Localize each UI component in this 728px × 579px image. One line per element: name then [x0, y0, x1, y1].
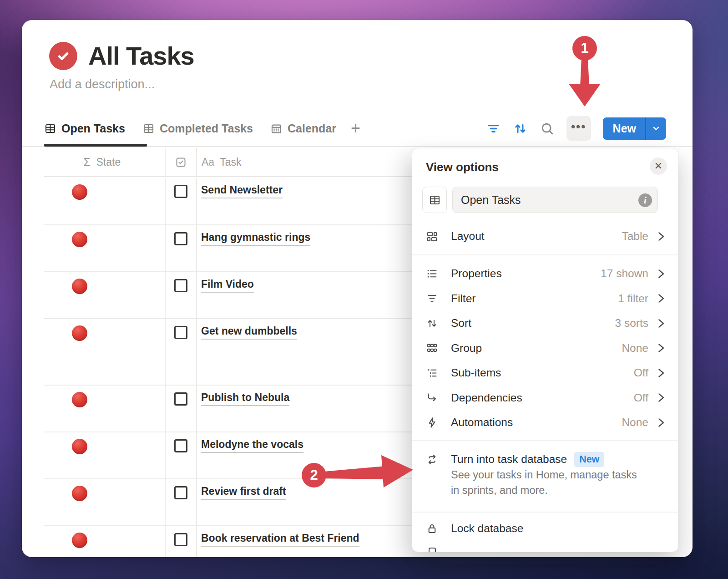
column-label: Task [220, 156, 241, 168]
add-view-button[interactable]: + [351, 119, 360, 138]
filter-button[interactable] [486, 121, 501, 136]
state-cell[interactable] [44, 432, 166, 478]
task-checkbox[interactable] [174, 533, 187, 546]
chevron-right-icon [655, 416, 667, 429]
sum-icon: Σ [83, 156, 90, 169]
page-title[interactable]: All Tasks [88, 41, 194, 71]
group-row[interactable]: Group None [412, 336, 678, 361]
task-checkbox[interactable] [174, 185, 187, 198]
panel-title: View options [426, 160, 499, 174]
state-cell[interactable] [44, 386, 166, 432]
column-header-state[interactable]: Σ State [44, 148, 166, 176]
task-title[interactable]: Hang gymnastic rings [201, 231, 310, 246]
plus-icon: + [351, 119, 360, 138]
column-header-checkbox[interactable] [166, 148, 197, 176]
properties-row[interactable]: Properties 17 shown [412, 261, 678, 286]
sort-icon [426, 317, 438, 330]
search-icon [540, 121, 555, 136]
task-title[interactable]: Get new dumbbells [201, 325, 297, 340]
checkbox-cell[interactable] [166, 386, 197, 432]
sort-row[interactable]: Sort 3 sorts [412, 311, 678, 336]
task-checkbox[interactable] [174, 486, 187, 499]
row-value: Off [634, 391, 648, 404]
task-checkbox[interactable] [174, 326, 187, 339]
row-label: Sub-items [451, 366, 501, 379]
task-title[interactable]: Book reservation at Best Friend [201, 532, 359, 547]
checkbox-cell[interactable] [166, 319, 197, 385]
task-cell[interactable]: Publish to Nebula [197, 386, 412, 432]
task-title[interactable]: Publish to Nebula [201, 391, 289, 406]
table-row[interactable]: Send Newsletter [44, 178, 412, 225]
task-title[interactable]: Melodyne the vocals [201, 438, 303, 453]
task-cell[interactable]: Melodyne the vocals [197, 432, 412, 478]
table-row[interactable]: Review first draft [44, 479, 412, 526]
task-checkbox[interactable] [174, 279, 187, 292]
tab-calendar[interactable]: Calendar [270, 122, 336, 135]
page-description-placeholder[interactable]: Add a description... [50, 77, 155, 91]
task-checkbox[interactable] [174, 392, 187, 406]
more-options-button[interactable]: ••• [566, 116, 591, 141]
row-label: Layout [451, 230, 485, 243]
task-title[interactable]: Film Video [201, 278, 254, 293]
state-cell[interactable] [44, 479, 166, 525]
sub-items-row[interactable]: Sub-items Off [412, 361, 678, 386]
new-button[interactable]: New [603, 117, 645, 140]
checkbox-cell[interactable] [166, 479, 197, 525]
table-row[interactable]: Book reservation at Best Friend [44, 526, 412, 557]
panel-divider [412, 440, 678, 441]
task-cell[interactable]: Book reservation at Best Friend [197, 526, 412, 557]
checkbox-cell[interactable] [166, 178, 197, 224]
page-check-icon[interactable] [49, 42, 77, 70]
info-icon[interactable]: i [638, 193, 652, 207]
lock-database-row[interactable]: Lock database [412, 515, 678, 542]
checkbox-cell[interactable] [166, 526, 197, 557]
table-row[interactable]: Hang gymnastic rings [44, 225, 412, 272]
state-cell[interactable] [44, 225, 166, 271]
table-row[interactable]: Publish to Nebula [44, 386, 412, 432]
sort-button[interactable] [513, 121, 528, 136]
table-row[interactable]: Film Video [44, 272, 412, 319]
filter-row[interactable]: Filter 1 filter [412, 286, 678, 311]
task-cell[interactable]: Send Newsletter [197, 178, 412, 224]
red-status-dot [72, 184, 87, 200]
close-panel-button[interactable]: ✕ [650, 157, 667, 175]
state-cell[interactable] [44, 319, 166, 385]
automations-row[interactable]: Automations None [412, 410, 678, 435]
tab-completed-tasks[interactable]: Completed Tasks [142, 122, 253, 135]
task-title[interactable]: Review first draft [201, 485, 286, 500]
view-type-button[interactable] [422, 187, 447, 213]
more-icon: ••• [571, 120, 586, 134]
search-button[interactable] [540, 121, 555, 136]
task-cell[interactable]: Get new dumbbells [197, 319, 412, 385]
task-checkbox[interactable] [174, 439, 187, 452]
table-header-row: Σ State Aa Task [44, 148, 412, 177]
screen: { "header": { "title": "All Tasks", "des… [0, 0, 728, 579]
new-feature-badge: New [574, 452, 604, 467]
lightning-icon [426, 416, 438, 429]
new-dropdown-button[interactable] [646, 117, 666, 140]
column-header-task[interactable]: Aa Task [197, 148, 412, 176]
task-cell[interactable]: Review first draft [197, 479, 412, 525]
tab-open-tasks[interactable]: Open Tasks [44, 122, 125, 135]
table-row[interactable]: Melodyne the vocals [44, 432, 412, 479]
layout-icon [426, 230, 438, 243]
table-row[interactable]: Get new dumbbells [44, 319, 412, 386]
state-cell[interactable] [44, 178, 166, 224]
task-cell[interactable]: Film Video [197, 272, 412, 318]
state-cell[interactable] [44, 526, 166, 557]
task-cell[interactable]: Hang gymnastic rings [197, 225, 412, 271]
checkbox-cell[interactable] [166, 225, 197, 271]
task-title[interactable]: Send Newsletter [201, 184, 283, 198]
table-body: Send Newsletter Hang gymnastic rings Fil… [44, 178, 412, 557]
active-tab-underline [44, 144, 147, 147]
checkbox-cell[interactable] [166, 432, 197, 478]
layout-row[interactable]: Layout Table [412, 223, 678, 249]
red-status-dot [72, 279, 87, 294]
row-label: Dependencies [451, 391, 522, 404]
dependencies-row[interactable]: Dependencies Off [412, 386, 678, 411]
checkbox-cell[interactable] [166, 272, 197, 318]
row-value: 3 sorts [615, 317, 648, 330]
state-cell[interactable] [44, 272, 166, 318]
view-name-input[interactable] [453, 187, 657, 213]
task-checkbox[interactable] [174, 232, 187, 245]
